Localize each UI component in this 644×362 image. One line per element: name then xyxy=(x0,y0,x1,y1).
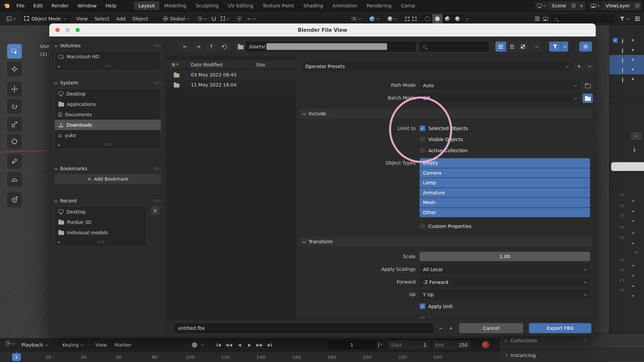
outliner-scenes-icon[interactable] xyxy=(543,17,548,21)
outliner-filter-dropdown[interactable] xyxy=(617,17,632,21)
remove-preset-button[interactable]: − xyxy=(585,62,594,71)
unlink-scene-button[interactable]: × xyxy=(578,1,586,10)
clear-recent-button[interactable]: × xyxy=(151,206,159,215)
keying-menu[interactable]: Keying xyxy=(62,339,83,351)
list-item-recent-models[interactable]: Indivisual models xyxy=(55,227,147,238)
menu-object[interactable]: Object xyxy=(129,16,151,21)
tool-add-cube[interactable] xyxy=(7,192,22,207)
include-section-header[interactable]: Include xyxy=(299,109,592,118)
batch-mode-dropdown[interactable]: Off xyxy=(420,93,580,103)
animate-dot-icon[interactable] xyxy=(632,210,634,212)
pin-icon[interactable] xyxy=(634,146,634,153)
selected-objects-checkbox[interactable]: ✓ xyxy=(420,125,425,131)
outliner-options-icon[interactable] xyxy=(635,17,640,21)
shading-options-chevron-icon[interactable] xyxy=(466,17,469,20)
outliner-row[interactable] xyxy=(609,74,644,84)
tool-annotate[interactable] xyxy=(7,154,22,169)
xray-toggle[interactable] xyxy=(403,17,419,21)
view-mode-detail-button[interactable] xyxy=(506,42,517,52)
list-item-home[interactable]: ⌂yuko xyxy=(55,130,161,140)
viewlayer-browse-button[interactable] xyxy=(588,1,602,10)
apply-unit-checkbox[interactable]: ✓ xyxy=(420,303,425,309)
eye-icon[interactable] xyxy=(622,77,623,83)
tab-shading[interactable]: Shading xyxy=(299,1,327,10)
object-type-mesh[interactable]: Mesh xyxy=(420,198,590,207)
eye-icon[interactable] xyxy=(622,48,623,54)
shading-material-button[interactable] xyxy=(442,14,452,23)
animate-dot-icon[interactable] xyxy=(632,220,634,222)
snap-settings-dropdown[interactable] xyxy=(218,17,232,20)
list-expand-row[interactable]: ▸ xyxy=(55,62,161,70)
custom-properties-checkbox[interactable] xyxy=(420,223,425,229)
next-keyframe-button[interactable]: ▶▶ xyxy=(255,341,264,349)
forward-dropdown[interactable]: -Z Forward xyxy=(420,277,590,287)
window-minimize-button[interactable] xyxy=(65,28,70,32)
tab-modeling[interactable]: Modeling xyxy=(160,1,191,10)
tab-layout[interactable]: Layout xyxy=(134,1,159,10)
file-browser-settings-button[interactable] xyxy=(579,42,592,52)
scene-browse-button[interactable] xyxy=(534,1,548,10)
tab-animation[interactable]: Animation xyxy=(328,1,362,10)
animate-dot-icon[interactable] xyxy=(632,265,634,266)
tool-move[interactable] xyxy=(7,82,22,97)
view-menu[interactable]: View xyxy=(95,339,107,351)
path-field[interactable]: /Users/ xyxy=(246,42,416,52)
add-preset-button[interactable]: + xyxy=(575,62,583,71)
parent-directory-button[interactable]: ↑ xyxy=(206,42,217,52)
eye-icon[interactable] xyxy=(622,38,623,44)
collection-checkbox[interactable]: ✓ xyxy=(613,38,618,43)
menu-view[interactable]: View xyxy=(73,16,91,21)
chevron-up-icon[interactable] xyxy=(584,340,587,343)
object-type-empty[interactable]: Empty xyxy=(420,158,590,168)
editor-type-button[interactable] xyxy=(4,16,18,21)
cancel-button[interactable]: Cancel xyxy=(459,323,523,333)
timeline-editor-type-button[interactable] xyxy=(3,341,17,346)
system-section-header[interactable]: System xyxy=(55,79,161,87)
grip-icon[interactable] xyxy=(154,167,161,170)
mode-dropdown[interactable]: Object Mode xyxy=(21,14,69,23)
column-name[interactable]: N xyxy=(172,62,175,67)
play-button[interactable]: ▶ xyxy=(245,341,254,349)
tool-select-box[interactable] xyxy=(7,44,22,59)
path-mode-dropdown[interactable]: Auto xyxy=(420,80,580,90)
playback-menu[interactable]: Playback xyxy=(21,339,48,351)
new-viewlayer-button[interactable] xyxy=(633,1,641,10)
dialog-titlebar[interactable]: Blender File View xyxy=(49,23,596,37)
grip-icon[interactable] xyxy=(154,44,161,47)
animate-dot-icon[interactable] xyxy=(632,275,634,277)
marker-menu[interactable]: Marker xyxy=(115,339,131,351)
object-type-lamp[interactable]: Lamp xyxy=(420,178,590,188)
proportional-falloff-dropdown[interactable]: ~ xyxy=(244,16,258,21)
forward-button[interactable]: → xyxy=(193,42,204,52)
list-item-documents[interactable]: Documents xyxy=(55,109,161,120)
column-date-modified[interactable]: Date Modified xyxy=(191,62,222,67)
chevron-down-icon[interactable] xyxy=(201,343,204,346)
export-fbx-button[interactable]: Export FBX xyxy=(529,323,591,333)
transform-orientation-dropdown[interactable]: Global xyxy=(160,16,192,21)
instancing-section[interactable]: Instancing xyxy=(499,348,644,362)
menu-add[interactable]: Add xyxy=(113,16,129,21)
recent-section-header[interactable]: Recent xyxy=(55,197,161,205)
list-item-downloads[interactable]: ↓Downloads xyxy=(55,120,161,130)
sidebar-field-fragment[interactable] xyxy=(611,162,644,171)
up-dropdown[interactable]: Y Up xyxy=(420,290,590,299)
object-type-camera[interactable]: Camera xyxy=(420,168,590,178)
back-button[interactable]: ← xyxy=(179,42,191,52)
transform-section-header[interactable]: Transform xyxy=(299,237,592,246)
window-close-button[interactable] xyxy=(55,28,60,32)
tool-rotate[interactable] xyxy=(7,99,22,114)
tool-transform[interactable] xyxy=(7,134,22,149)
shading-rendered-button[interactable] xyxy=(452,14,463,23)
tool-cursor[interactable] xyxy=(7,62,22,76)
jump-to-end-button[interactable]: ▶ xyxy=(265,341,274,349)
object-type-other[interactable]: Other xyxy=(420,208,590,218)
file-row[interactable]: 11 May 2022 18:04 xyxy=(166,80,296,90)
animate-dot-icon[interactable] xyxy=(632,232,634,234)
tab-rendering[interactable]: Rendering xyxy=(362,1,396,10)
list-item-recent-desktop[interactable]: Desktop xyxy=(55,206,147,217)
outliner-row[interactable]: ✓ xyxy=(609,36,644,45)
pivot-point-dropdown[interactable] xyxy=(195,16,209,21)
list-item-applications[interactable]: Applications xyxy=(55,99,161,109)
menu-select[interactable]: Select xyxy=(91,16,113,21)
prev-keyframe-button[interactable]: ◀◀ xyxy=(224,341,233,349)
